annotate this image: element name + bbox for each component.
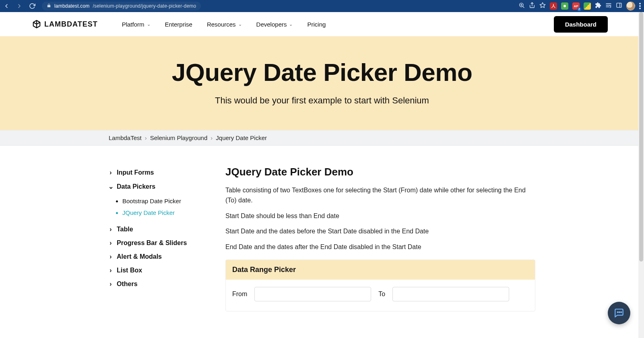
chevron-down-icon: ⌄ (238, 22, 242, 27)
nav-item-enterprise[interactable]: Enterprise (165, 21, 192, 28)
chevron-right-icon: › (109, 226, 113, 233)
content-paragraph: Start Date and the dates before the Star… (225, 227, 535, 237)
site-navbar: LAMBDATEST Platform⌄ Enterprise Resource… (0, 12, 644, 36)
chevron-right-icon: › (109, 253, 113, 260)
chevron-right-icon: › (109, 267, 113, 274)
from-label: From (232, 291, 247, 298)
chevron-right-icon: › (211, 134, 213, 141)
reload-icon[interactable] (29, 3, 35, 9)
sidebar: ›Input Forms ⌄Data Pickers Bootstrap Dat… (109, 166, 209, 311)
page-scrollbar[interactable] (638, 12, 644, 311)
lock-icon (47, 3, 51, 9)
hero-banner: JQuery Date Picker Demo This would be yo… (0, 36, 644, 130)
nav-item-developers[interactable]: Developers⌄ (256, 21, 293, 28)
panel-icon[interactable] (616, 2, 622, 10)
panel-title: Data Range Picker (226, 260, 535, 280)
address-bar[interactable]: lambdatest.com/selenium-playground/jquer… (42, 2, 201, 10)
sidebar-item-list-box[interactable]: ›List Box (109, 264, 209, 277)
chevron-right-icon: › (145, 134, 147, 141)
svg-point-6 (564, 5, 566, 7)
svg-line-1 (523, 6, 524, 8)
hero-title: JQuery Date Picker Demo (8, 58, 636, 87)
extension-icon[interactable]: 人 (550, 2, 557, 10)
extension-icon[interactable] (561, 2, 568, 10)
main-content: JQuery Date Picker Demo Table consisting… (225, 166, 535, 311)
extensions-icon[interactable] (595, 2, 601, 10)
content-heading: JQuery Date Picker Demo (225, 166, 535, 178)
kebab-menu-icon[interactable] (639, 3, 641, 9)
breadcrumb-bar: LambdaTest › Selenium Playground › Jquer… (0, 130, 644, 146)
to-date-input[interactable] (392, 287, 509, 301)
breadcrumb-link[interactable]: LambdaTest (109, 134, 142, 141)
back-icon[interactable] (3, 3, 10, 9)
sidebar-item-input-forms[interactable]: ›Input Forms (109, 166, 209, 179)
sidebar-item-table[interactable]: ›Table (109, 223, 209, 236)
url-host: lambdatest.com (54, 3, 90, 9)
forward-icon[interactable] (16, 3, 23, 9)
content-paragraph: End Date and the dates after the End Dat… (225, 242, 535, 252)
profile-avatar[interactable] (626, 2, 635, 10)
nav-item-platform[interactable]: Platform⌄ (122, 21, 151, 28)
date-range-panel: Data Range Picker From To (225, 260, 535, 311)
chat-fab[interactable] (608, 302, 630, 311)
svg-marker-5 (540, 2, 545, 8)
content-paragraph: Table consisting of two TextBoxes one fo… (225, 185, 535, 206)
dashboard-button[interactable]: Dashboard (554, 16, 608, 33)
sidebar-subitem-bootstrap-date-picker[interactable]: Bootstrap Date Picker (122, 195, 209, 207)
svg-rect-10 (617, 3, 621, 8)
url-path: /selenium-playground/jquery-date-picker-… (93, 3, 196, 9)
chevron-right-icon: › (109, 169, 113, 176)
logo-icon (32, 20, 41, 29)
breadcrumb-current: Jquery Date Picker (216, 134, 267, 141)
chevron-down-icon: ⌄ (109, 183, 113, 190)
chevron-right-icon: › (109, 280, 113, 288)
scrollbar-thumb[interactable] (639, 12, 643, 262)
sidebar-item-data-pickers[interactable]: ⌄Data Pickers (109, 179, 209, 194)
sidebar-subitem-jquery-date-picker[interactable]: JQuery Date Picker (122, 207, 209, 218)
nav-item-resources[interactable]: Resources⌄ (207, 21, 242, 28)
chevron-down-icon: ⌄ (289, 22, 293, 27)
chevron-right-icon: › (109, 239, 113, 247)
from-date-input[interactable] (254, 287, 371, 301)
sidebar-item-others[interactable]: ›Others (109, 277, 209, 291)
content-paragraph: Start Date should be less than End date (225, 211, 535, 221)
sidebar-item-alert-modals[interactable]: ›Alert & Modals (109, 250, 209, 264)
star-icon[interactable] (539, 2, 546, 10)
sidebar-item-progress-bar-sliders[interactable]: ›Progress Bar & Sliders (109, 236, 209, 250)
browser-chrome-bar: lambdatest.com/selenium-playground/jquer… (0, 0, 644, 12)
brand-logo[interactable]: LAMBDATEST (32, 20, 98, 29)
nav-links: Platform⌄ Enterprise Resources⌄ Develope… (122, 21, 326, 28)
extension-icon[interactable]: AP2 (572, 2, 580, 10)
brand-text: LAMBDATEST (44, 20, 98, 29)
hero-subtitle: This would be your first example to star… (8, 95, 636, 106)
extension-icon[interactable] (584, 2, 591, 10)
breadcrumb-link[interactable]: Selenium Playground (150, 134, 208, 141)
browser-actions: 人 AP2 (518, 2, 641, 10)
reading-list-icon[interactable] (605, 2, 612, 10)
chevron-down-icon: ⌄ (147, 22, 151, 27)
zoom-icon[interactable] (518, 2, 525, 10)
to-label: To (378, 291, 385, 298)
chat-icon (614, 308, 624, 311)
nav-item-pricing[interactable]: Pricing (307, 21, 326, 28)
share-icon[interactable] (529, 2, 535, 10)
breadcrumb: LambdaTest › Selenium Playground › Jquer… (109, 134, 535, 141)
